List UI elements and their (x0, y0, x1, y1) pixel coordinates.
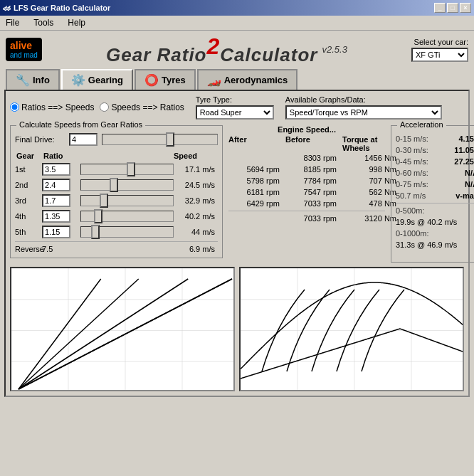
after-label: After (228, 135, 285, 152)
accel-label-4: 0-75 m/s: (396, 180, 428, 189)
gear-5-label: 5th (15, 228, 41, 236)
maximize-button[interactable]: □ (447, 3, 458, 13)
gear-2-ratio-input[interactable] (42, 179, 70, 191)
gear-4-slider[interactable] (80, 211, 174, 222)
gear-1-speed: 17.1 m/s (175, 165, 218, 174)
accel-label-0: 0-15 m/s: (396, 134, 428, 143)
accel-distance: 0-500m: 19.9s @ 40.2 m/s 0-1000m: 31.3s … (396, 203, 474, 249)
accel-row-1: 0-30 m/s: 11.05s (396, 146, 474, 154)
gear-1-ratio-input[interactable] (42, 163, 70, 176)
title-bar-buttons[interactable]: _ □ × (434, 3, 471, 13)
left-panel: Calculate Speeds from Gear Ratios Final … (10, 125, 223, 263)
car-select[interactable]: XF GTi (411, 48, 468, 62)
gear-row-1: 1st 17.1 m/s (15, 163, 218, 176)
accel-dist-value-1: 31.3s @ 46.9 m/s (396, 240, 457, 249)
tyre-type-group: Tyre Type: Road Super Road Normal Sport … (196, 95, 274, 120)
app-icon: 🏎 (3, 4, 11, 12)
logo-sub: and mad (10, 51, 38, 59)
gear-5-speed: 44 m/s (175, 228, 218, 236)
radio-speeds-ratios[interactable]: Speeds ==> Ratios (100, 102, 184, 112)
title-bar: 🏎 LFS Gear Ratio Calculator _ □ × (0, 0, 474, 16)
accel-value-4: N/A (465, 180, 474, 189)
accel-dist-val-0: 19.9s @ 40.2 m/s (396, 218, 474, 226)
tab-tyres[interactable]: ⭕ Tyres (135, 69, 196, 90)
header-speed: Speed (174, 152, 216, 160)
menu-file[interactable]: File (3, 17, 22, 28)
right-chart-canvas (241, 268, 464, 391)
tab-gearing[interactable]: ⚙️ Gearing (61, 69, 133, 90)
accel-value-3: N/A (465, 169, 474, 177)
radio-group: Ratios ==> Speeds Speeds ==> Ratios (10, 102, 184, 112)
accel-value-5: v-max (455, 191, 474, 200)
accel-dist-label-1: 0-1000m: (396, 229, 428, 238)
accel-label-5: 50.7 m/s (396, 191, 426, 200)
reverse-ratio: 7.5 (42, 245, 79, 253)
tab-info[interactable]: 🔧 Info (6, 69, 60, 90)
gear-3-ratio-input[interactable] (42, 194, 70, 207)
accel-value-1: 11.05s (454, 146, 474, 154)
radio-speeds-ratios-input[interactable] (100, 102, 109, 112)
tyre-type-select[interactable]: Road Super Road Normal Sport Semi-Slick … (196, 105, 274, 120)
engine-3-after: 5798 rpm (228, 176, 285, 185)
accel-dist-value-0: 19.9s @ 40.2 m/s (396, 218, 457, 226)
header-ratio: Ratio (43, 152, 80, 160)
accel-value-0: 4.15s (458, 134, 474, 143)
engine-row-5: 6429 rpm 7033 rpm 478 Nm (228, 199, 385, 208)
gear-5-ratio-input[interactable] (42, 226, 70, 238)
engine-row-3: 5798 rpm 7784 rpm 707 Nm (228, 176, 385, 185)
gear-3-label: 3rd (15, 196, 41, 205)
menu-tools[interactable]: Tools (31, 17, 56, 28)
minimize-button[interactable]: _ (434, 3, 446, 13)
engine-1-before: 8303 rpm (285, 154, 342, 162)
reverse-speed: 6.9 m/s (175, 245, 218, 253)
menu-help[interactable]: Help (65, 17, 88, 28)
gear-5-slider[interactable] (80, 226, 174, 238)
gear-2-slider[interactable] (80, 179, 174, 191)
gear-1-slider[interactable] (80, 164, 174, 175)
gearing-tab-icon: ⚙️ (71, 73, 85, 87)
accel-row-5: 50.7 m/s v-max (396, 191, 474, 200)
header-gear: Gear (16, 152, 42, 160)
final-drive-row: Final Drive: (15, 133, 218, 146)
accel-row-0: 0-15 m/s: 4.15s (396, 134, 474, 143)
calc-section: Calculate Speeds from Gear Ratios Final … (10, 125, 464, 263)
radio-ratios-speeds-input[interactable] (10, 102, 19, 112)
radio-ratios-speeds[interactable]: Ratios ==> Speeds (10, 102, 94, 112)
gear-4-label: 4th (15, 212, 41, 221)
engine-section: Engine Speed... After Before Torque atWh… (228, 125, 385, 263)
before-label: Before (285, 135, 342, 152)
graphs-group: Available Graphs/Data: Speed/Torque vs R… (285, 95, 464, 120)
close-button[interactable]: × (460, 3, 471, 13)
header-title-area: Gear Ratio2Calculator v2.5.3 (106, 33, 347, 66)
radio-speeds-ratios-label: Speeds ==> Ratios (111, 102, 184, 112)
final-drive-slider[interactable] (102, 134, 218, 145)
final-drive-input[interactable] (69, 133, 98, 146)
aero-tab-icon: 🏎️ (207, 73, 221, 87)
car-select-label: Select your car: (414, 38, 468, 46)
graphs-label: Available Graphs/Data: (285, 95, 464, 104)
gear-2-label: 2nd (15, 181, 41, 189)
menu-bar: File Tools Help (0, 16, 474, 31)
engine-reverse-row: 7033 rpm 3120 Nm (228, 211, 385, 223)
graphs-select[interactable]: Speed/Torque vs RPM Power vs RPM Torque … (285, 105, 442, 120)
right-chart (239, 267, 464, 391)
window-title: LFS Gear Ratio Calculator (14, 4, 110, 12)
logo: alive and mad (6, 38, 42, 61)
tab-info-label: Info (33, 75, 50, 85)
tab-tyres-label: Tyres (162, 75, 186, 85)
accel-dist-row-0: 0-500m: (396, 206, 474, 215)
left-chart (10, 267, 235, 391)
accel-row-3: 0-60 m/s: N/A (396, 169, 474, 177)
gear-4-speed: 40.2 m/s (175, 212, 218, 221)
tab-aero[interactable]: 🏎️ Aerodynamics (197, 69, 298, 90)
tab-aero-label: Aerodynamics (224, 75, 288, 85)
gear-4-ratio-input[interactable] (42, 210, 70, 223)
logo-text: alive (10, 40, 38, 51)
tab-gearing-label: Gearing (88, 75, 123, 85)
reverse-row: Reverse 7.5 6.9 m/s (15, 241, 218, 253)
gear-row-4: 4th 40.2 m/s (15, 210, 218, 223)
accel-value-2: 27.25s (454, 157, 474, 166)
engine-2-before: 8185 rpm (285, 165, 342, 174)
engine-4-after: 6181 rpm (228, 188, 285, 196)
gear-3-slider[interactable] (80, 195, 174, 206)
